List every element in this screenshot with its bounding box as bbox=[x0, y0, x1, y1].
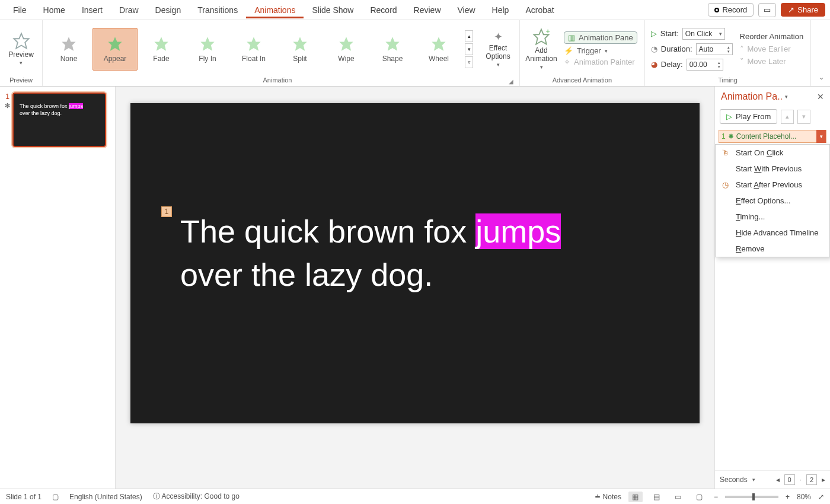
up-chevron-icon: ˄ bbox=[740, 44, 744, 53]
ribbon: Preview ▾ Preview NoneAppearFadeFly InFl… bbox=[0, 20, 830, 87]
slide-text-highlight: jumps bbox=[475, 213, 561, 249]
svg-marker-6 bbox=[293, 37, 307, 50]
duration-spin[interactable]: Auto ▴▾ bbox=[696, 43, 733, 55]
ctx-hide-advanced-timeline[interactable]: Hide Advanced Timeline bbox=[716, 225, 829, 241]
timeline-mark-0: 0 bbox=[784, 474, 795, 485]
start-combo[interactable]: On Click ▾ bbox=[682, 28, 725, 40]
animation-pane-menu[interactable]: ▾ bbox=[785, 94, 788, 100]
tab-home[interactable]: Home bbox=[35, 2, 74, 18]
slideshow-view-button[interactable]: ▢ bbox=[692, 492, 707, 502]
animation-list-item[interactable]: 1 ✸ Content Placehol... ▷ ▾ bbox=[719, 130, 826, 143]
anim-preset-wipe[interactable]: Wipe bbox=[324, 28, 369, 71]
animation-dialog-launcher[interactable]: ◢ bbox=[509, 78, 516, 85]
status-language[interactable]: English (United States) bbox=[69, 493, 142, 501]
zoom-value[interactable]: 80% bbox=[797, 493, 811, 501]
animation-pane-close[interactable]: ✕ bbox=[817, 92, 824, 101]
tab-slide-show[interactable]: Slide Show bbox=[304, 2, 362, 18]
preset-label: Float In bbox=[242, 55, 266, 63]
share-button[interactable]: ↗ Share bbox=[781, 3, 825, 17]
record-dot-icon bbox=[714, 8, 719, 12]
menu-item-icon: 🖱 bbox=[720, 148, 730, 157]
status-slide: Slide 1 of 1 bbox=[6, 493, 42, 501]
animation-pane-toggle[interactable]: ▥ Animation Pane bbox=[564, 31, 637, 44]
slide-thumbnails: 1 ✻ The quick brown fox jumps over the l… bbox=[0, 87, 116, 489]
svg-marker-2 bbox=[108, 37, 122, 50]
zoom-slider[interactable] bbox=[725, 496, 778, 498]
reading-view-button[interactable]: ▭ bbox=[671, 492, 685, 502]
ctx-remove[interactable]: Remove bbox=[716, 241, 829, 257]
tab-record[interactable]: Record bbox=[362, 2, 405, 18]
timeline-left-icon[interactable]: ◂ bbox=[776, 476, 780, 484]
tab-help[interactable]: Help bbox=[484, 2, 518, 18]
anim-item-star-icon: ✸ bbox=[728, 132, 734, 141]
preview-button[interactable]: Preview ▾ bbox=[4, 28, 39, 71]
zoom-in-button[interactable]: + bbox=[786, 493, 790, 501]
anim-preset-none[interactable]: None bbox=[46, 28, 91, 71]
anim-preset-float-in[interactable]: Float In bbox=[231, 28, 276, 71]
collapse-ribbon-button[interactable]: ⌄ bbox=[819, 74, 824, 81]
sorter-view-button[interactable]: ▤ bbox=[650, 492, 664, 502]
add-animation-button[interactable]: + AddAnimation ▾ bbox=[523, 28, 559, 71]
record-button[interactable]: Record bbox=[708, 3, 754, 17]
present-popup-button[interactable]: ▭ bbox=[758, 3, 776, 17]
play-from-button[interactable]: ▷ Play From bbox=[720, 109, 777, 124]
anim-preset-appear[interactable]: Appear bbox=[92, 28, 138, 71]
anim-preset-shape[interactable]: Shape bbox=[370, 28, 415, 71]
ctx-timing[interactable]: Timing... bbox=[716, 209, 829, 225]
tab-view[interactable]: View bbox=[449, 2, 484, 18]
anim-preset-split[interactable]: Split bbox=[277, 28, 323, 71]
tab-insert[interactable]: Insert bbox=[74, 2, 111, 18]
ctx-start-after-previous[interactable]: ◷Start After Previous bbox=[716, 177, 829, 193]
accessibility-label: Accessibility: Good to go bbox=[161, 492, 239, 500]
timeline-seconds-label[interactable]: Seconds bbox=[720, 476, 748, 484]
slide[interactable]: 1 The quick brown fox jumps over the laz… bbox=[130, 103, 700, 423]
normal-view-button[interactable]: ▦ bbox=[628, 492, 643, 502]
play-from-label: Play From bbox=[736, 112, 771, 121]
star-icon bbox=[153, 36, 170, 52]
ctx-start-with-previous[interactable]: Start With Previous bbox=[716, 161, 829, 177]
slide-thumbnail-1[interactable]: The quick brown fox jumps over the lazy … bbox=[12, 92, 106, 147]
tab-acrobat[interactable]: Acrobat bbox=[517, 2, 562, 18]
tab-file[interactable]: File bbox=[5, 2, 35, 18]
status-section-icon[interactable]: ▢ bbox=[52, 493, 59, 501]
delay-spin[interactable]: 00.00 ▴▾ bbox=[687, 59, 723, 71]
preset-label: Shape bbox=[382, 55, 403, 63]
gallery-expand[interactable]: ▿ bbox=[465, 56, 473, 68]
timeline-right-icon[interactable]: ▸ bbox=[822, 476, 825, 484]
ctx-effect-options[interactable]: Effect Options... bbox=[716, 193, 829, 209]
painter-label: Animation Painter bbox=[574, 58, 635, 66]
tab-design[interactable]: Design bbox=[147, 2, 190, 18]
anim-item-dropdown[interactable]: ▾ bbox=[816, 130, 826, 143]
chevron-down-icon: ▾ bbox=[752, 477, 755, 483]
ctx-start-on-click[interactable]: 🖱Start On Click bbox=[716, 145, 829, 161]
tab-animations[interactable]: Animations bbox=[246, 2, 304, 18]
tab-review[interactable]: Review bbox=[406, 2, 449, 18]
add-animation-caption: AddAnimation bbox=[525, 47, 557, 62]
notes-button[interactable]: ≐ Notes bbox=[595, 493, 621, 501]
star-icon bbox=[384, 36, 401, 52]
tab-draw[interactable]: Draw bbox=[111, 2, 147, 18]
anim-preset-fade[interactable]: Fade bbox=[139, 28, 184, 71]
trigger-icon: ⚡ bbox=[564, 46, 573, 55]
duration-value: Auto bbox=[699, 45, 714, 53]
trigger-button[interactable]: ⚡ Trigger ▾ bbox=[564, 46, 637, 55]
animation-painter-button: ✧ Animation Painter bbox=[564, 58, 637, 66]
fit-to-window-button[interactable]: ⤢ bbox=[818, 493, 824, 501]
thumb-text-hl: jumps bbox=[69, 103, 83, 109]
anim-preset-wheel[interactable]: Wheel bbox=[416, 28, 461, 71]
animation-gallery: NoneAppearFadeFly InFloat InSplitWipeSha… bbox=[46, 28, 461, 71]
slide-text[interactable]: The quick brown fox jumps over the lazy … bbox=[180, 210, 664, 296]
animation-order-tag[interactable]: 1 bbox=[161, 206, 172, 217]
zoom-out-button[interactable]: − bbox=[714, 493, 718, 501]
status-accessibility[interactable]: ⓘ Accessibility: Good to go bbox=[153, 492, 240, 502]
gallery-scroll-up[interactable]: ▴ bbox=[465, 30, 473, 42]
svg-marker-4 bbox=[200, 37, 214, 50]
preset-label: None bbox=[60, 55, 78, 63]
animation-pane-label: Animation Pane bbox=[579, 33, 633, 42]
effect-options-button[interactable]: ✦ EffectOptions ▾ bbox=[480, 28, 516, 71]
down-chevron-icon: ˅ bbox=[740, 57, 744, 66]
gallery-scroll-down[interactable]: ▾ bbox=[465, 43, 473, 55]
anim-preset-fly-in[interactable]: Fly In bbox=[185, 28, 230, 71]
tab-transitions[interactable]: Transitions bbox=[189, 2, 246, 18]
slide-canvas-area[interactable]: 1 The quick brown fox jumps over the laz… bbox=[116, 87, 714, 489]
